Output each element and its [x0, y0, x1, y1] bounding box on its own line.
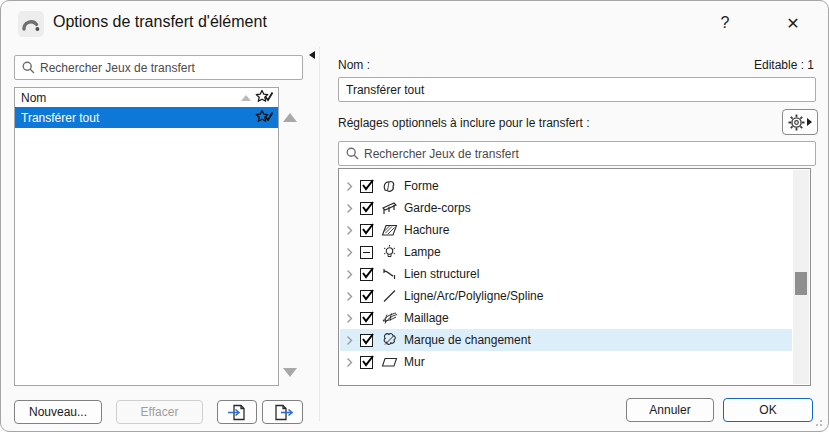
scroll-down-icon[interactable]: [283, 368, 297, 377]
wall-icon: [380, 354, 398, 370]
element-transfer-options-dialog: Options de transfert d'élément ? ✕ Nom T…: [0, 0, 829, 432]
checkbox[interactable]: [360, 290, 373, 303]
import-button[interactable]: [217, 400, 257, 424]
checkbox[interactable]: [360, 202, 373, 215]
tree-row-garde-corps[interactable]: Garde-corps: [340, 197, 792, 219]
tree-row-label: Garde-corps: [404, 201, 471, 215]
close-button[interactable]: ✕: [777, 9, 809, 37]
checkbox[interactable]: [360, 224, 373, 237]
help-button[interactable]: ?: [711, 9, 739, 37]
editable-count-label: Editable : 1: [754, 58, 814, 72]
tree-row-maillage[interactable]: Maillage: [340, 307, 792, 329]
search-icon: [22, 61, 35, 74]
tree-row-label: Hachure: [404, 223, 449, 237]
titlebar: Options de transfert d'élément ? ✕: [1, 1, 828, 47]
tree-row-lampe[interactable]: Lampe: [340, 241, 792, 263]
star-check-icon[interactable]: [255, 109, 274, 125]
change-marker-icon: [380, 332, 398, 348]
tree-scrollbar[interactable]: [793, 170, 809, 384]
tree-row-label: Lien structurel: [404, 267, 479, 281]
expand-chevron-icon[interactable]: [346, 335, 358, 346]
tree-row-label: Forme: [404, 179, 439, 193]
flyout-arrow-icon: [807, 118, 812, 126]
star-check-icon[interactable]: [255, 89, 274, 105]
tree-row-label: Maillage: [404, 311, 449, 325]
transfer-set-name-input[interactable]: [339, 78, 815, 101]
export-icon: [273, 404, 293, 421]
tree-row-ligne[interactable]: Ligne/Arc/Polyligne/Spline: [340, 285, 792, 307]
archicad-logo-icon: [18, 11, 44, 37]
transfer-set-name-field[interactable]: [338, 77, 816, 102]
fill-icon: [380, 222, 398, 238]
railing-icon: [380, 200, 398, 216]
tree-row-marque-de-changement[interactable]: Marque de changement: [340, 329, 792, 351]
import-icon: [227, 404, 247, 421]
resize-grip[interactable]: [812, 416, 822, 426]
settings-search-input[interactable]: [364, 142, 815, 165]
checkbox[interactable]: [360, 180, 373, 193]
list-header[interactable]: Nom: [15, 88, 278, 107]
settings-search[interactable]: [338, 141, 816, 166]
expand-chevron-icon[interactable]: [346, 291, 358, 302]
sort-ascending-icon: [241, 95, 251, 101]
tree-scrollbar-thumb[interactable]: [795, 272, 807, 295]
transfer-set-search[interactable]: [14, 55, 303, 80]
transfer-set-row[interactable]: Transférer tout: [15, 107, 278, 128]
checkbox[interactable]: [360, 312, 373, 325]
expand-chevron-icon[interactable]: [346, 203, 358, 214]
checkbox[interactable]: [360, 268, 373, 281]
panel-collapse-arrow-icon[interactable]: [309, 51, 315, 59]
line-icon: [380, 288, 398, 304]
gear-icon: [788, 114, 805, 131]
tree-row-label: Lampe: [404, 245, 441, 259]
search-icon: [346, 147, 359, 160]
expand-chevron-icon[interactable]: [346, 225, 358, 236]
settings-tree: Forme Garde-corps Hachure: [338, 168, 811, 386]
transfer-set-search-input[interactable]: [40, 56, 302, 79]
morph-icon: [380, 178, 398, 194]
transfer-set-list: Nom Transférer tout: [14, 87, 279, 386]
tree-row-label: Ligne/Arc/Polyligne/Spline: [404, 289, 543, 303]
transfer-set-row-label: Transférer tout: [21, 111, 99, 125]
lamp-icon: [380, 244, 398, 260]
dialog-title: Options de transfert d'élément: [53, 13, 267, 31]
checkbox[interactable]: [360, 334, 373, 347]
name-label: Nom :: [338, 58, 370, 72]
delete-button[interactable]: Effacer: [116, 400, 203, 424]
optional-settings-label: Réglages optionnels à inclure pour le tr…: [338, 116, 589, 130]
expand-chevron-icon[interactable]: [346, 357, 358, 368]
ok-button[interactable]: OK: [723, 398, 813, 422]
checkbox[interactable]: [360, 356, 373, 369]
structural-link-icon: [380, 266, 398, 282]
name-column-header[interactable]: Nom: [21, 91, 46, 105]
tree-row-label: Marque de changement: [404, 333, 531, 347]
panel-divider: [319, 47, 320, 421]
tree-row-label: Mur: [404, 355, 425, 369]
tree-row-mur[interactable]: Mur: [340, 351, 792, 373]
expand-chevron-icon[interactable]: [346, 247, 358, 258]
tree-row-lien-structurel[interactable]: Lien structurel: [340, 263, 792, 285]
export-button[interactable]: [262, 400, 303, 424]
expand-chevron-icon[interactable]: [346, 181, 358, 192]
expand-chevron-icon[interactable]: [346, 269, 358, 280]
tree-row-hachure[interactable]: Hachure: [340, 219, 792, 241]
cancel-button[interactable]: Annuler: [626, 398, 714, 422]
expand-chevron-icon[interactable]: [346, 313, 358, 324]
tree-row-forme[interactable]: Forme: [340, 175, 792, 197]
scroll-up-icon[interactable]: [283, 113, 297, 122]
checkbox[interactable]: [360, 246, 373, 259]
settings-flyout-button[interactable]: [782, 109, 818, 135]
mesh-icon: [380, 310, 398, 326]
new-button[interactable]: Nouveau...: [14, 400, 102, 424]
